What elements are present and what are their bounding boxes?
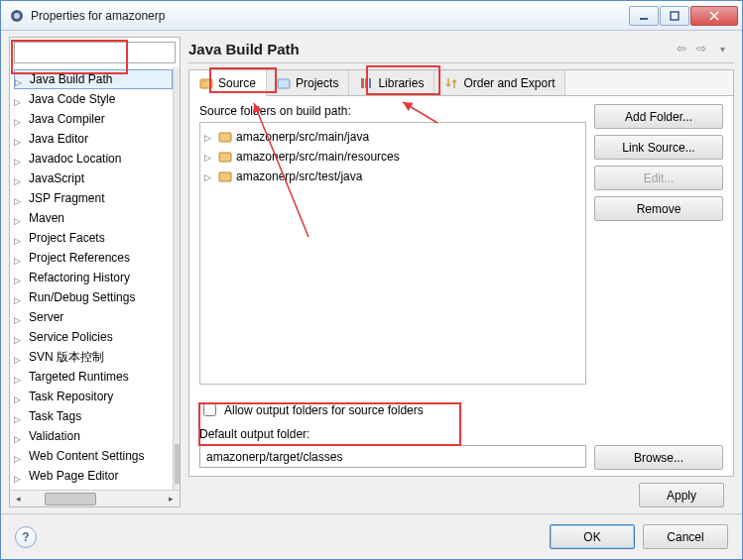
package-folder-icon (218, 169, 232, 183)
sidebar-item[interactable]: Web Page Editor (14, 466, 173, 486)
tab-order-and-export[interactable]: Order and Export (434, 70, 565, 95)
tab-label: Libraries (378, 76, 424, 90)
expander-icon (14, 193, 24, 203)
project-icon (277, 76, 291, 90)
expander-icon (14, 94, 24, 104)
cancel-button[interactable]: Cancel (643, 524, 728, 549)
expander-icon (14, 114, 24, 124)
expander-icon (14, 332, 24, 342)
heading-rule (188, 62, 734, 63)
svg-rect-2 (640, 18, 648, 20)
edit-button[interactable]: Edit... (594, 166, 723, 190)
package-icon (199, 76, 213, 90)
tab-source[interactable]: Source (189, 70, 267, 96)
sidebar-item-label: Java Editor (27, 132, 90, 146)
expander-icon (14, 352, 24, 362)
minimize-button[interactable] (629, 6, 659, 26)
titlebar: Properties for amazonerp (1, 1, 742, 31)
close-button[interactable] (690, 6, 738, 26)
sidebar-item[interactable]: Server (14, 307, 173, 327)
sidebar-item[interactable]: JSP Fragment (14, 188, 173, 208)
maximize-button[interactable] (660, 6, 689, 26)
sidebar-vscroll[interactable] (173, 67, 180, 490)
sidebar-item[interactable]: Refactoring History (14, 268, 173, 287)
allow-output-checkbox[interactable] (203, 403, 216, 416)
sidebar-item-label: JavaScript (27, 171, 86, 185)
sidebar-item[interactable]: Java Code Style (14, 89, 173, 109)
expander-icon (14, 292, 24, 302)
category-tree[interactable]: Java Build PathJava Code StyleJava Compi… (10, 67, 173, 490)
tab-label: Projects (296, 76, 338, 90)
sidebar-item[interactable]: Targeted Runtimes (14, 367, 173, 387)
sidebar-item[interactable]: Java Editor (14, 129, 173, 149)
sidebar-item-label: Maven (27, 211, 66, 225)
sidebar-item[interactable]: Project Facets (14, 228, 173, 248)
expander-icon (14, 233, 24, 243)
sidebar-item-label: Web Content Settings (27, 449, 147, 463)
svg-rect-6 (278, 79, 290, 88)
sidebar-item[interactable]: Java Compiler (14, 109, 173, 129)
sidebar-item[interactable]: Web Content Settings (14, 446, 173, 466)
expander-icon (14, 392, 24, 401)
add-folder-button[interactable]: Add Folder... (594, 104, 723, 129)
source-folder-item[interactable]: amazonerp/src/main/java (204, 127, 581, 147)
remove-button[interactable]: Remove (594, 196, 723, 221)
ok-button[interactable]: OK (550, 524, 635, 549)
tab-projects[interactable]: Projects (267, 70, 349, 95)
tab-label: Order and Export (463, 76, 555, 90)
tab-libraries[interactable]: Libraries (349, 70, 434, 95)
svg-rect-12 (219, 172, 231, 181)
expander-icon (14, 253, 24, 263)
default-output-input[interactable] (199, 445, 586, 468)
allow-output-label: Allow output folders for source folders (224, 403, 424, 417)
sidebar-item[interactable]: Maven (14, 208, 173, 228)
sidebar-item-label: Service Policies (27, 330, 115, 344)
sidebar-item[interactable]: Project References (14, 248, 173, 268)
source-folder-path: amazonerp/src/main/resources (236, 150, 400, 164)
sidebar-item[interactable]: Javadoc Location (14, 149, 173, 168)
expander-icon (204, 150, 214, 164)
filter-input-wrapper (14, 42, 176, 63)
expander-icon (204, 169, 214, 183)
sidebar-item[interactable]: Task Repository (14, 387, 173, 406)
sidebar-item-label: SVN 版本控制 (27, 349, 106, 366)
library-icon (359, 76, 373, 90)
sidebar-hscroll[interactable]: ◂ ▸ (10, 490, 180, 506)
sidebar-item[interactable]: Run/Debug Settings (14, 287, 173, 307)
sidebar-item-label: Java Compiler (27, 112, 107, 126)
apply-button[interactable]: Apply (639, 483, 724, 507)
sidebar-item-label: Validation (27, 429, 82, 443)
expander-icon (204, 130, 214, 144)
nav-menu-button[interactable] (712, 40, 730, 57)
help-button[interactable]: ? (15, 526, 37, 548)
sidebar-item[interactable]: JavaScript (14, 168, 173, 188)
expander-icon (14, 411, 24, 421)
sidebar-item-label: JSP Fragment (27, 191, 106, 205)
order-icon (444, 76, 458, 90)
svg-point-1 (14, 13, 20, 19)
svg-rect-3 (671, 12, 679, 20)
svg-rect-5 (200, 79, 206, 82)
nav-back-button[interactable]: ⇦ (673, 40, 690, 57)
sidebar-item-label: Project Facets (27, 231, 107, 245)
svg-rect-7 (361, 78, 364, 88)
source-folder-item[interactable]: amazonerp/src/test/java (204, 167, 581, 186)
expander-icon (14, 273, 24, 282)
source-folder-path: amazonerp/src/main/java (236, 130, 369, 144)
browse-button[interactable]: Browse... (594, 445, 723, 470)
sidebar-item[interactable]: Java Build Path (14, 69, 173, 89)
link-source-button[interactable]: Link Source... (594, 135, 723, 160)
sidebar-item[interactable]: SVN 版本控制 (14, 347, 173, 367)
expander-icon (14, 471, 24, 481)
nav-forward-button[interactable]: ⇨ (692, 40, 710, 57)
expander-icon (14, 312, 24, 322)
sidebar-item-label: Run/Debug Settings (27, 290, 137, 304)
sidebar-item[interactable]: Service Policies (14, 327, 173, 347)
source-folders-tree[interactable]: amazonerp/src/main/javaamazonerp/src/mai… (199, 122, 586, 385)
sidebar-item[interactable]: Task Tags (14, 406, 173, 426)
source-folder-item[interactable]: amazonerp/src/main/resources (204, 147, 581, 167)
expander-icon (14, 173, 24, 183)
filter-input[interactable] (19, 43, 171, 62)
sidebar-item[interactable]: Validation (14, 426, 173, 446)
sidebar-item-label: Refactoring History (27, 271, 132, 284)
